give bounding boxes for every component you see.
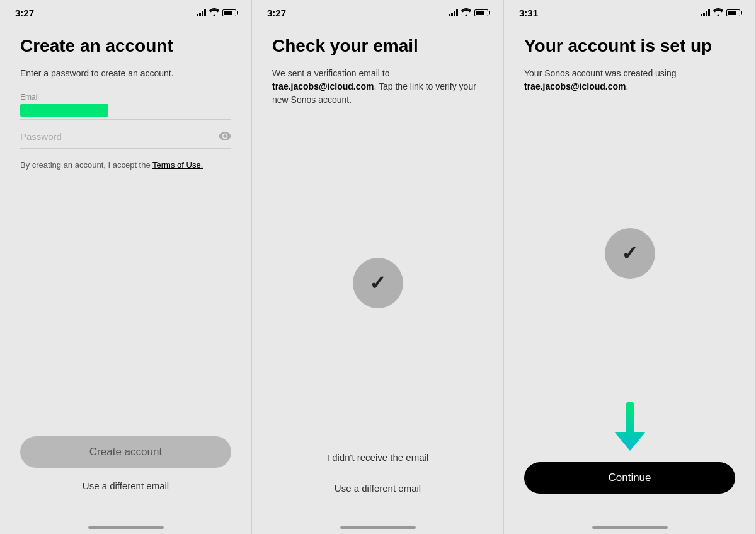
signal-icon-2 xyxy=(449,9,458,16)
email-value-filled[interactable] xyxy=(20,104,108,117)
signal-icon-1 xyxy=(197,9,206,16)
status-time-3: 3:31 xyxy=(519,8,538,18)
check-circle-container-3: ✓ xyxy=(524,106,735,402)
svg-marker-1 xyxy=(614,432,646,451)
check-mark-2: ✓ xyxy=(369,271,386,295)
battery-icon-2 xyxy=(474,9,488,16)
screen-check-email: 3:27 Check your email We sent xyxy=(252,0,504,534)
check-circle-3: ✓ xyxy=(605,228,655,279)
password-field-group[interactable]: Password xyxy=(20,130,231,149)
screen-content-2: Check your email We sent a verification … xyxy=(262,23,493,526)
screen-subtitle-3: Your Sonos account was created using tra… xyxy=(524,67,735,93)
bottom-section-3: Continue xyxy=(524,462,735,514)
password-visibility-icon[interactable] xyxy=(219,130,231,143)
signal-icon-3 xyxy=(701,9,710,16)
bottom-section-1: Create account Use a different email xyxy=(20,436,231,514)
home-indicator-2 xyxy=(262,526,493,534)
use-different-email-button-1[interactable]: Use a different email xyxy=(20,475,231,496)
battery-icon-1 xyxy=(222,9,236,16)
check-circle-2: ✓ xyxy=(353,258,403,308)
screen-title-3: Your account is set up xyxy=(524,35,735,57)
screen-title-1: Create an account xyxy=(20,35,231,57)
screen-create-account: 3:27 Create an account Enter a passwo xyxy=(0,0,252,534)
terms-text: By creating an account, I accept the Ter… xyxy=(20,159,231,171)
email-field-group: Email xyxy=(20,93,231,120)
status-bar-2: 3:27 xyxy=(262,0,493,23)
status-icons-2 xyxy=(449,8,488,18)
check-circle-container-2: ✓ xyxy=(272,119,483,447)
terms-link[interactable]: Terms of Use. xyxy=(152,160,203,170)
use-different-email-button-2[interactable]: Use a different email xyxy=(272,478,483,499)
screen-subtitle-1: Enter a password to create an account. xyxy=(20,67,231,80)
email-label: Email xyxy=(20,93,231,102)
status-icons-3 xyxy=(701,8,740,18)
check-mark-3: ✓ xyxy=(621,241,638,265)
wifi-icon-1 xyxy=(209,8,219,18)
battery-icon-3 xyxy=(726,9,740,16)
didnt-receive-email-button[interactable]: I didn't receive the email xyxy=(272,447,483,468)
wifi-icon-2 xyxy=(461,8,471,18)
status-icons-1 xyxy=(197,8,236,18)
continue-button[interactable]: Continue xyxy=(524,462,735,494)
screen-content-3: Your account is set up Your Sonos accoun… xyxy=(514,23,745,526)
home-indicator-1 xyxy=(10,526,241,534)
wifi-icon-3 xyxy=(713,8,723,18)
status-bar-3: 3:31 xyxy=(514,0,745,23)
screen-title-2: Check your email xyxy=(272,35,483,57)
screen-content-1: Create an account Enter a password to cr… xyxy=(10,23,241,526)
svg-rect-0 xyxy=(626,402,634,434)
screen-account-setup: 3:31 Your account is set up Yo xyxy=(504,0,756,534)
arrow-down-icon xyxy=(614,402,646,452)
home-indicator-3 xyxy=(514,526,745,534)
status-time-2: 3:27 xyxy=(267,8,286,18)
create-account-button[interactable]: Create account xyxy=(20,436,231,468)
password-label: Password xyxy=(20,131,62,142)
arrow-down-container xyxy=(524,402,735,452)
status-time-1: 3:27 xyxy=(15,8,34,18)
status-bar-1: 3:27 xyxy=(10,0,241,23)
email-action-links: I didn't receive the email Use a differe… xyxy=(272,447,483,514)
screen-subtitle-2: We sent a verification email to trae.jac… xyxy=(272,67,483,107)
